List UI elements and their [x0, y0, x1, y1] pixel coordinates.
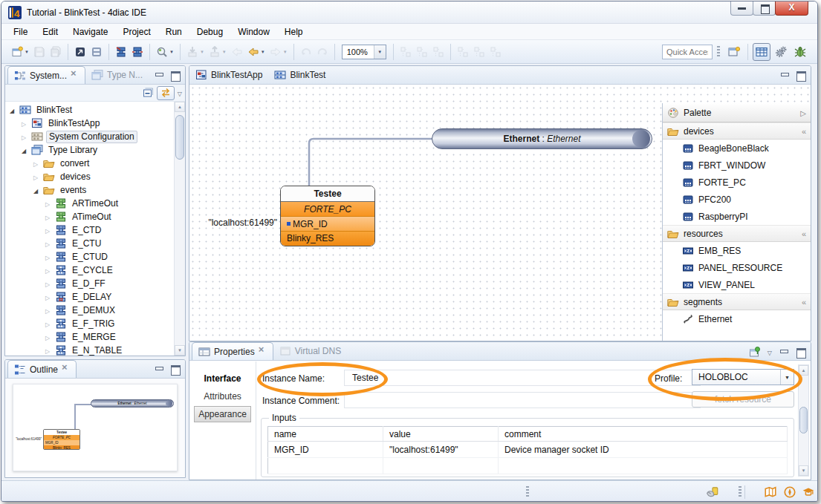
tree-item[interactable]: E_DELAY: [5, 290, 174, 304]
expander-icon[interactable]: [45, 265, 52, 275]
expander-icon[interactable]: [10, 105, 16, 115]
palette-header[interactable]: Palette: [663, 103, 811, 122]
tree-item[interactable]: E_N_TABLE: [5, 344, 174, 356]
align-right-button[interactable]: [431, 43, 446, 61]
scroll-down-icon[interactable]: [799, 465, 808, 476]
close-icon[interactable]: [259, 347, 267, 356]
redo-button[interactable]: [315, 43, 330, 61]
inputs-table-header[interactable]: comment: [499, 427, 788, 442]
maximize-button[interactable]: [753, 1, 776, 16]
inputs-table-row[interactable]: MGR_ID "localhost:61499" Device manager …: [268, 442, 788, 458]
menu-item[interactable]: Navigate: [65, 25, 115, 39]
forte-status-icon[interactable]: [706, 485, 719, 499]
upload-button[interactable]: [207, 43, 228, 61]
save-button[interactable]: [32, 43, 47, 61]
view-maximize-button[interactable]: [170, 71, 181, 79]
inputs-table-empty-row[interactable]: [268, 458, 788, 474]
open-perspective-button[interactable]: [725, 43, 743, 61]
expander-icon[interactable]: [22, 145, 28, 155]
expander-icon[interactable]: [45, 345, 52, 356]
inputs-table-header[interactable]: name: [268, 427, 383, 442]
expander-icon[interactable]: [45, 305, 52, 315]
palette-flyout-icon[interactable]: [800, 108, 806, 118]
input-comment-cell[interactable]: Device manager socket ID: [499, 442, 788, 458]
close-icon[interactable]: [62, 365, 70, 373]
tree-item[interactable]: ARTimeOut: [5, 197, 174, 210]
palette-item[interactable]: RaspberryPI: [663, 208, 811, 225]
tree-item[interactable]: events: [5, 183, 174, 197]
editor-tab[interactable]: BlinkTest: [268, 66, 331, 84]
expander-icon[interactable]: [45, 318, 52, 329]
compass-icon[interactable]: [783, 485, 796, 499]
tree-item[interactable]: System Configuration: [5, 130, 174, 143]
input-name-cell[interactable]: MGR_ID: [268, 442, 383, 458]
expander-icon[interactable]: [22, 131, 28, 142]
expander-icon[interactable]: [33, 171, 40, 182]
tree-item[interactable]: E_CTD: [5, 223, 174, 237]
device-resource[interactable]: Blinky_RES (EMB_RES): [281, 232, 374, 246]
menu-item[interactable]: Run: [158, 25, 189, 39]
outline-content[interactable]: Ethernet : Ethernet Testee FORTE_PC MGR_…: [5, 379, 185, 477]
minimize-button[interactable]: [730, 1, 753, 16]
outline-thumbnail[interactable]: Ethernet : Ethernet Testee FORTE_PC MGR_…: [13, 384, 178, 471]
palette-item[interactable]: EMB_RES: [663, 242, 811, 259]
system-tree[interactable]: BlinkTest BlinkTestApp System Configurat…: [5, 102, 174, 356]
new-fb-button[interactable]: [130, 43, 145, 61]
expander-icon[interactable]: [22, 118, 28, 128]
title-bar[interactable]: Tutorial - BlinkTest - 4diac IDE: [1, 1, 817, 24]
view-menu-icon[interactable]: [178, 88, 182, 98]
menu-item[interactable]: File: [6, 25, 35, 39]
tree-item[interactable]: E_D_FF: [5, 277, 174, 290]
collapse-all-icon[interactable]: [142, 87, 154, 99]
scroll-up-icon[interactable]: [175, 102, 185, 112]
tree-scrollbar[interactable]: [174, 102, 185, 356]
expander-icon[interactable]: [45, 225, 52, 235]
properties-side-tab[interactable]: Interface: [194, 370, 251, 387]
view-maximize-button[interactable]: [170, 364, 181, 373]
tab-type-navigator[interactable]: Type N...: [85, 66, 149, 84]
close-button[interactable]: [775, 1, 808, 16]
deploy-button[interactable]: [185, 43, 206, 61]
expander-icon[interactable]: [45, 198, 52, 209]
expander-icon[interactable]: [33, 185, 40, 195]
palette-section-header[interactable]: segments: [663, 293, 811, 310]
palette-section-header[interactable]: devices: [663, 122, 811, 140]
device-testee[interactable]: Testee FORTE_PC MGR_ID Blinky_RES (EMB_R…: [280, 186, 375, 246]
properties-side-tab[interactable]: Attributes: [194, 388, 251, 405]
inputs-table-header[interactable]: value: [383, 427, 499, 442]
tree-item[interactable]: BlinkTestApp: [5, 117, 174, 130]
align-left-button[interactable]: [398, 43, 413, 61]
back-button[interactable]: [246, 43, 267, 61]
tab-properties[interactable]: Properties: [192, 342, 273, 360]
view-minimize-button[interactable]: [779, 347, 789, 356]
device-input-mgr-id[interactable]: MGR_ID: [281, 217, 374, 232]
inputs-table[interactable]: namevaluecomment MGR_ID "localhost:61499…: [267, 426, 788, 474]
menu-item[interactable]: Edit: [35, 25, 65, 39]
open-system-editor-button[interactable]: [73, 43, 88, 61]
tab-system[interactable]: System...: [7, 66, 85, 84]
expander-icon[interactable]: [45, 278, 52, 289]
pin-view-icon[interactable]: [749, 346, 761, 358]
toolbar-drag-handle[interactable]: [717, 46, 720, 58]
tree-item[interactable]: Type Library: [5, 143, 174, 157]
system-perspective-button[interactable]: [753, 43, 770, 61]
back-disabled-button[interactable]: [230, 43, 244, 61]
deployment-perspective-button[interactable]: [772, 43, 790, 61]
view-maximize-button[interactable]: [796, 347, 806, 356]
align-top-button[interactable]: [455, 43, 470, 61]
expander-icon[interactable]: [45, 292, 52, 302]
debug-perspective-button[interactable]: [791, 43, 809, 61]
palette-section-header[interactable]: resources: [663, 225, 811, 242]
save-all-button[interactable]: [48, 43, 63, 61]
view-minimize-button[interactable]: [154, 71, 164, 79]
tab-virtual-dns[interactable]: Virtual DNS: [273, 342, 347, 360]
tree-item[interactable]: ATimeOut: [5, 210, 174, 223]
editor-tab[interactable]: BlinkTestApp: [189, 66, 268, 84]
search-button[interactable]: [155, 43, 175, 61]
close-icon[interactable]: [71, 71, 79, 79]
align-center-button[interactable]: [415, 43, 429, 61]
scroll-down-icon[interactable]: [175, 345, 185, 356]
scrollbar-thumb[interactable]: [799, 407, 808, 433]
tree-item[interactable]: BlinkTest: [5, 103, 174, 117]
tree-item[interactable]: E_DEMUX: [5, 304, 174, 317]
